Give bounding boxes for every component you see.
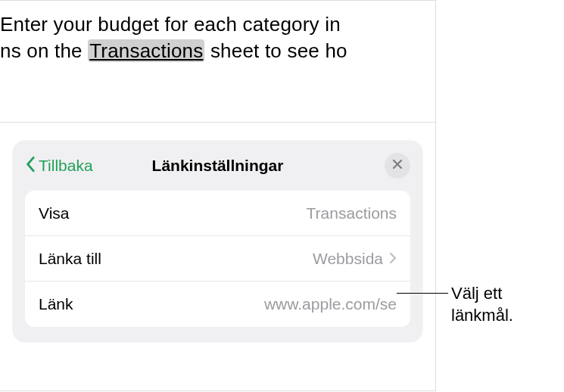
back-button[interactable]: Tillbaka	[25, 156, 93, 176]
callout-leader-line	[397, 293, 448, 294]
row-link-to-value: Webbsida	[313, 250, 383, 268]
row-display[interactable]: Visa Transactions	[25, 191, 410, 236]
close-icon	[392, 159, 403, 173]
popover-title: Länkinställningar	[152, 157, 284, 175]
link-settings-popover: Tillbaka Länkinställningar Visa Transact…	[13, 141, 422, 342]
chevron-right-icon	[389, 250, 397, 268]
callout-line-1: Välj ett	[451, 283, 513, 305]
settings-list: Visa Transactions Länka till Webbsida Lä…	[25, 191, 410, 327]
callout-line-2: länkmål.	[451, 305, 513, 327]
popover-header: Tillbaka Länkinställningar	[25, 151, 410, 180]
document-area: Enter your budget for each category in n…	[0, 0, 436, 123]
row-link-label: Länk	[39, 295, 73, 313]
callout-text: Välj ett länkmål.	[451, 283, 513, 326]
doc-line-1: Enter your budget for each category in	[0, 13, 341, 36]
chevron-left-icon	[25, 156, 37, 176]
close-button[interactable]	[385, 153, 410, 179]
row-link-to[interactable]: Länka till Webbsida	[25, 236, 410, 282]
row-display-label: Visa	[39, 204, 69, 222]
row-display-value: Transactions	[307, 204, 397, 222]
doc-line-2-suffix: sheet to see ho	[204, 39, 347, 62]
back-button-label: Tillbaka	[39, 157, 93, 175]
document-text[interactable]: Enter your budget for each category in n…	[0, 11, 426, 64]
popover-container: Tillbaka Länkinställningar Visa Transact…	[0, 123, 436, 391]
selected-link-text[interactable]: Transactions	[88, 39, 204, 62]
row-link-value: www.apple.com/se	[264, 295, 397, 313]
row-link-to-label: Länka till	[39, 250, 101, 268]
row-link[interactable]: Länk www.apple.com/se	[25, 282, 410, 327]
doc-line-2-prefix: ns on the	[0, 39, 88, 62]
